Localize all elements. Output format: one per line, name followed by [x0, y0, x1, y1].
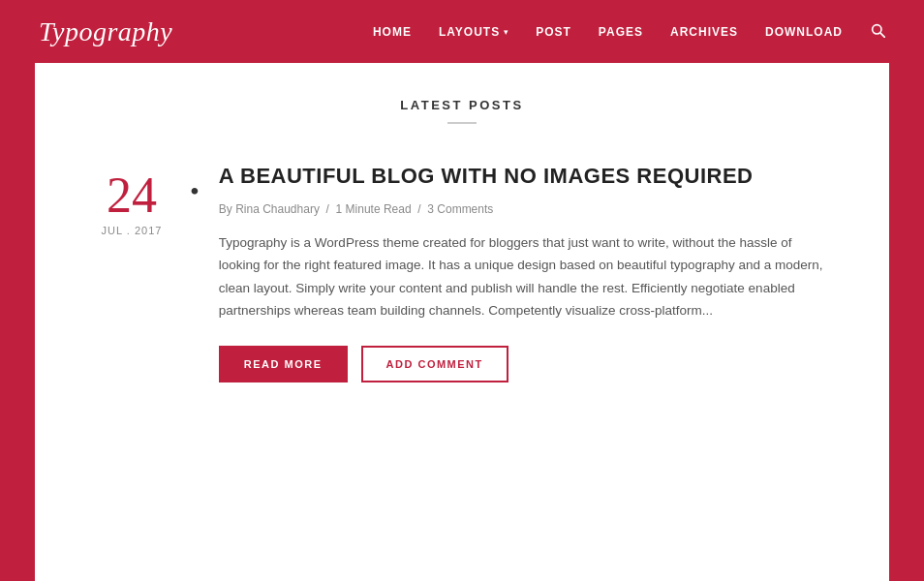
- search-icon[interactable]: [870, 22, 885, 42]
- header: Typography HOME LAYOUTS ▾ POST PAGES ARC…: [0, 0, 924, 63]
- post-excerpt: Typography is a WordPress theme created …: [219, 231, 831, 323]
- site-logo[interactable]: Typography: [39, 16, 172, 47]
- nav-layouts[interactable]: LAYOUTS: [439, 25, 500, 39]
- section-title: LATEST POSTS: [35, 98, 889, 112]
- nav-home[interactable]: HOME: [373, 25, 412, 39]
- svg-point-0: [873, 24, 881, 33]
- svg-line-1: [880, 33, 884, 37]
- post-meta-by: By: [219, 202, 232, 216]
- post-date-month-year: JUL . 2017: [102, 225, 163, 236]
- nav-pages[interactable]: PAGES: [599, 25, 643, 39]
- post-actions: READ MORE ADD COMMENT: [219, 346, 831, 382]
- post-date-number: 24: [107, 170, 157, 221]
- nav-archives[interactable]: ARCHIVES: [670, 25, 738, 39]
- section-divider: [447, 122, 477, 124]
- nav-download[interactable]: DOWNLOAD: [765, 25, 843, 39]
- dot-separator: •: [190, 163, 200, 207]
- post-author[interactable]: Rina Chaudhary: [235, 202, 320, 216]
- chevron-down-icon: ▾: [504, 27, 508, 37]
- post-read-time: 1 Minute Read: [336, 202, 412, 216]
- main-wrapper: LATEST POSTS 24 JUL . 2017 • A BEAUTIFUL…: [0, 63, 924, 581]
- main-nav: HOME LAYOUTS ▾ POST PAGES ARCHIVES DOWNL…: [373, 22, 885, 42]
- post-meta: By Rina Chaudhary / 1 Minute Read / 3 Co…: [219, 202, 831, 216]
- section-header: LATEST POSTS: [35, 63, 889, 143]
- add-comment-button[interactable]: ADD COMMENT: [361, 346, 508, 382]
- post-date-block: 24 JUL . 2017: [93, 163, 170, 236]
- nav-post[interactable]: POST: [536, 25, 571, 39]
- read-more-button[interactable]: READ MORE: [219, 346, 348, 382]
- post-title: A BEAUTIFUL BLOG WITH NO IMAGES REQUIRED: [219, 163, 831, 191]
- post-content: A BEAUTIFUL BLOG WITH NO IMAGES REQUIRED…: [219, 163, 831, 382]
- post-comments-count: 3 Comments: [427, 202, 493, 216]
- nav-layouts-wrapper[interactable]: LAYOUTS ▾: [439, 25, 508, 39]
- post-row: 24 JUL . 2017 • A BEAUTIFUL BLOG WITH NO…: [35, 143, 889, 382]
- content-card: LATEST POSTS 24 JUL . 2017 • A BEAUTIFUL…: [35, 63, 889, 581]
